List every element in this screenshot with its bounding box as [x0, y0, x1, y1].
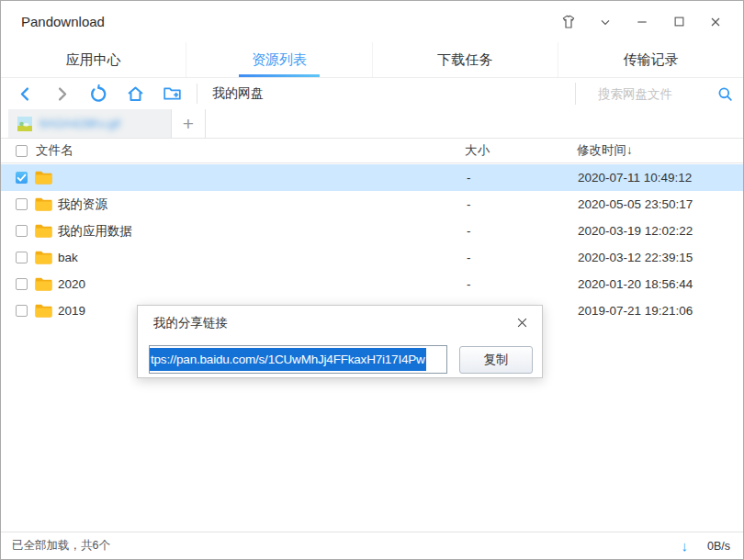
- row-checkbox[interactable]: [16, 305, 28, 317]
- dialog-title: 我的分享链接: [153, 315, 228, 331]
- toolbar: 我的网盘: [1, 78, 743, 109]
- search-input[interactable]: [598, 87, 706, 101]
- file-modified-time: 2020-05-05 23:50:17: [578, 197, 693, 211]
- dialog-close-icon[interactable]: [511, 311, 533, 333]
- open-file-strip: 6AGA428Kv.gif +: [1, 109, 743, 139]
- row-checkbox[interactable]: [16, 252, 28, 263]
- app-window: Pandownload: [0, 0, 744, 560]
- close-icon[interactable]: [697, 1, 734, 42]
- copy-button[interactable]: 复制: [459, 346, 533, 374]
- row-checkbox[interactable]: [16, 278, 28, 290]
- table-row[interactable]: bak - 2020-03-12 22:39:15: [1, 244, 743, 271]
- row-checkbox[interactable]: [16, 198, 28, 210]
- skin-icon[interactable]: [550, 1, 587, 42]
- file-modified-time: 2020-03-12 22:39:15: [578, 251, 693, 264]
- titlebar: Pandownload: [1, 1, 743, 42]
- tab-app-center[interactable]: 应用中心: [1, 42, 186, 77]
- file-name: 2019: [58, 304, 85, 318]
- folder-icon: [35, 251, 52, 264]
- folder-icon: [35, 197, 52, 211]
- maximize-icon[interactable]: [660, 1, 697, 42]
- image-thumbnail-icon: [17, 117, 32, 131]
- share-link-input[interactable]: tps://pan.baidu.com/s/1CUwMhJj4FFkaxH7i1…: [149, 345, 447, 374]
- download-speed-value: 0B/s: [697, 540, 730, 553]
- load-status-text: 已全部加载，共6个: [12, 538, 110, 554]
- file-size: -: [467, 224, 471, 238]
- download-speed-icon: ↓: [682, 538, 689, 554]
- chevron-down-icon[interactable]: [587, 1, 624, 42]
- tab-download-tasks[interactable]: 下载任务: [373, 42, 558, 77]
- app-title: Pandownload: [21, 14, 105, 29]
- table-row[interactable]: 2020 - 2020-01-20 18:56:44: [1, 271, 743, 297]
- select-all-checkbox[interactable]: [16, 145, 28, 157]
- add-tab-button[interactable]: +: [171, 109, 206, 138]
- file-modified-time: 2020-01-20 18:56:44: [578, 277, 693, 291]
- header-filename[interactable]: 文件名: [36, 142, 73, 159]
- row-checkbox[interactable]: [16, 172, 28, 184]
- file-modified-time: 2020-07-11 10:49:12: [578, 171, 692, 185]
- open-file-name: 6AGA428Kv.gif: [39, 117, 120, 130]
- minimize-icon[interactable]: [624, 1, 660, 42]
- main-tabbar: 应用中心 资源列表 下载任务 传输记录: [1, 42, 743, 78]
- refresh-icon[interactable]: [89, 84, 108, 104]
- file-table-body: - 2020-07-11 10:49:12 我的资源 - 2020-05-05 …: [1, 164, 743, 324]
- tab-resource-list[interactable]: 资源列表: [186, 42, 372, 77]
- open-file-tab[interactable]: 6AGA428Kv.gif: [8, 109, 171, 138]
- folder-icon: [35, 277, 52, 291]
- file-modified-time: 2020-03-19 12:02:22: [578, 224, 693, 238]
- sort-desc-icon: ↓: [626, 143, 633, 157]
- back-icon[interactable]: [16, 84, 35, 104]
- active-tab-underline: [239, 74, 320, 77]
- file-modified-time: 2019-07-21 19:21:06: [578, 304, 693, 318]
- home-icon[interactable]: [126, 84, 145, 104]
- share-link-selected-text: tps://pan.baidu.com/s/1CUwMhJj4FFkaxH7i1…: [150, 348, 426, 371]
- forward-icon[interactable]: [52, 84, 72, 104]
- toolbar-divider: [197, 84, 197, 104]
- file-size: -: [467, 251, 471, 264]
- file-name: 2020: [58, 277, 85, 291]
- folder-icon: [35, 224, 52, 238]
- file-name: 我的应用数据: [58, 223, 132, 240]
- file-size: -: [467, 197, 471, 211]
- new-folder-icon[interactable]: [163, 84, 182, 104]
- folder-icon: [35, 304, 52, 318]
- row-checkbox[interactable]: [16, 225, 28, 237]
- search-icon[interactable]: [706, 78, 743, 109]
- file-size: -: [467, 277, 471, 291]
- statusbar: 已全部加载，共6个 ↓ 0B/s: [1, 532, 743, 559]
- file-size: -: [467, 171, 471, 185]
- breadcrumb: 我的网盘: [212, 85, 264, 102]
- table-row[interactable]: 我的资源 - 2020-05-05 23:50:17: [1, 191, 743, 218]
- tab-transfer-records[interactable]: 传输记录: [558, 42, 743, 77]
- table-row[interactable]: 我的应用数据 - 2020-03-19 12:02:22: [1, 218, 743, 244]
- search-divider: [575, 83, 576, 105]
- header-size[interactable]: 大小: [465, 142, 490, 159]
- file-name: 我的资源: [58, 196, 107, 213]
- folder-icon: [35, 171, 52, 185]
- share-link-dialog: 我的分享链接 tps://pan.baidu.com/s/1CUwMhJj4FF…: [137, 305, 543, 378]
- header-modified[interactable]: 修改时间↓: [577, 142, 633, 159]
- file-name: bak: [58, 251, 78, 264]
- table-row[interactable]: - 2020-07-11 10:49:12: [1, 164, 743, 191]
- table-header: 文件名 大小 修改时间↓: [1, 139, 743, 163]
